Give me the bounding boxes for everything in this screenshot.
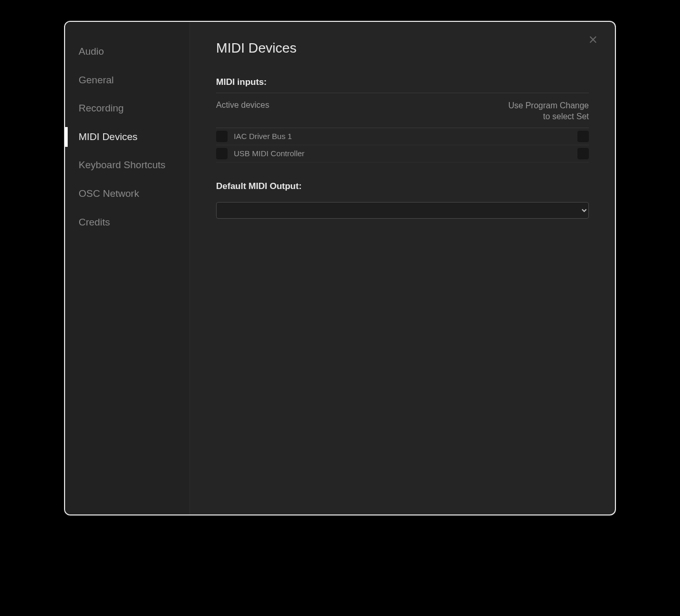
- device-program-change-checkbox[interactable]: [577, 131, 589, 142]
- device-row: USB MIDI Controller: [216, 145, 589, 162]
- sidebar: Audio General Recording MIDI Devices Key…: [65, 22, 190, 514]
- content-pane: MIDI Devices MIDI inputs: Active devices…: [190, 22, 615, 514]
- column-pc-line2: to select Set: [543, 112, 589, 121]
- sidebar-item-recording[interactable]: Recording: [65, 94, 190, 123]
- preferences-window: Audio General Recording MIDI Devices Key…: [64, 21, 616, 516]
- midi-output-section: Default MIDI Output:: [216, 181, 589, 219]
- sidebar-item-label: General: [79, 74, 114, 85]
- device-program-change-checkbox[interactable]: [577, 148, 589, 159]
- midi-inputs-label: MIDI inputs:: [216, 77, 589, 87]
- device-active-checkbox[interactable]: [216, 131, 228, 142]
- sidebar-item-credits[interactable]: Credits: [65, 208, 190, 237]
- column-active-devices: Active devices: [216, 100, 269, 110]
- sidebar-item-osc-network[interactable]: OSC Network: [65, 180, 190, 208]
- device-name: IAC Driver Bus 1: [234, 132, 577, 141]
- sidebar-item-label: Keyboard Shortcuts: [79, 159, 166, 170]
- column-pc-line1: Use Program Change: [508, 101, 589, 110]
- sidebar-item-label: MIDI Devices: [79, 131, 137, 142]
- device-row: IAC Driver Bus 1: [216, 128, 589, 145]
- close-button[interactable]: [586, 32, 600, 47]
- close-icon: [588, 35, 598, 44]
- sidebar-item-general[interactable]: General: [65, 66, 190, 95]
- midi-output-label: Default MIDI Output:: [216, 181, 589, 192]
- sidebar-item-label: OSC Network: [79, 188, 139, 199]
- column-program-change: Use Program Change to select Set: [508, 100, 589, 122]
- page-title: MIDI Devices: [216, 40, 589, 56]
- divider: [216, 93, 589, 93]
- default-midi-output-select[interactable]: [216, 202, 589, 219]
- device-active-checkbox[interactable]: [216, 148, 228, 159]
- sidebar-item-label: Audio: [79, 46, 104, 57]
- sidebar-item-label: Recording: [79, 103, 124, 114]
- sidebar-item-label: Credits: [79, 217, 110, 228]
- sidebar-item-midi-devices[interactable]: MIDI Devices: [65, 123, 190, 152]
- device-name: USB MIDI Controller: [234, 149, 577, 158]
- midi-inputs-section: MIDI inputs: Active devices Use Program …: [216, 77, 589, 162]
- sidebar-item-audio[interactable]: Audio: [65, 37, 190, 66]
- midi-inputs-header: Active devices Use Program Change to sel…: [216, 98, 589, 128]
- sidebar-item-keyboard-shortcuts[interactable]: Keyboard Shortcuts: [65, 151, 190, 180]
